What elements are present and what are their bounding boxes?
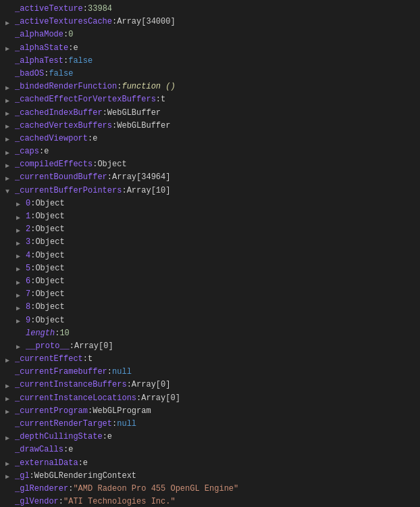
expand-arrow[interactable] bbox=[5, 18, 14, 26]
property-key: _glRenderer bbox=[15, 483, 68, 496]
colon-separator: : bbox=[156, 93, 161, 106]
tree-line: _currentRenderTarget: null bbox=[0, 418, 420, 431]
expand-arrow[interactable] bbox=[16, 251, 24, 260]
tree-line: _currentEffect: t bbox=[0, 353, 420, 366]
property-value: null bbox=[112, 366, 132, 379]
property-value: 10 bbox=[59, 327, 69, 340]
colon-separator: : bbox=[78, 457, 83, 470]
tree-line: 4: Object bbox=[0, 249, 420, 262]
expand-arrow[interactable] bbox=[5, 44, 14, 52]
expand-arrow[interactable] bbox=[16, 264, 24, 272]
tree-line: 6: Object bbox=[0, 275, 420, 288]
tree-line: 1: Object bbox=[0, 210, 420, 223]
property-key: __proto__ bbox=[26, 340, 70, 353]
property-value: false bbox=[49, 68, 73, 80]
tree-line: length: 10 bbox=[0, 327, 420, 340]
colon-separator: : bbox=[59, 496, 63, 507]
colon-separator: : bbox=[30, 275, 35, 288]
expand-arrow[interactable] bbox=[5, 381, 14, 389]
expand-arrow[interactable] bbox=[16, 304, 24, 312]
expand-arrow[interactable] bbox=[16, 239, 24, 247]
property-value: Object bbox=[35, 275, 64, 288]
property-value: Object bbox=[35, 262, 64, 275]
property-value: Array[34964] bbox=[112, 171, 170, 184]
tree-container: _activeTexture: 33984_activeTexturesCach… bbox=[0, 0, 420, 507]
expand-arrow[interactable] bbox=[5, 356, 14, 364]
property-value: Array[0] bbox=[132, 379, 171, 391]
colon-separator: : bbox=[103, 431, 107, 443]
colon-separator: : bbox=[136, 392, 141, 405]
colon-separator: : bbox=[117, 80, 122, 93]
tree-line: _alphaTest: false bbox=[0, 55, 420, 68]
property-value: e bbox=[93, 132, 97, 145]
expand-arrow[interactable] bbox=[5, 174, 14, 182]
colon-separator: : bbox=[112, 120, 117, 132]
colon-separator: : bbox=[68, 483, 73, 496]
property-value: Object bbox=[35, 210, 64, 223]
expand-arrow[interactable] bbox=[16, 226, 24, 234]
tree-line: _activeTexture: 33984 bbox=[0, 3, 420, 16]
expand-arrow[interactable] bbox=[5, 394, 14, 402]
colon-separator: : bbox=[30, 223, 35, 236]
expand-arrow[interactable] bbox=[16, 291, 24, 299]
tree-line: _compiledEffects: Object bbox=[0, 158, 420, 171]
expand-arrow[interactable] bbox=[5, 472, 14, 480]
property-key: _currentRenderTarget bbox=[15, 418, 112, 431]
expand-arrow[interactable] bbox=[16, 199, 24, 208]
tree-line: _cachedVertexBuffers: WebGLBuffer bbox=[0, 120, 420, 132]
colon-separator: : bbox=[107, 171, 112, 184]
property-key: _cachedVertexBuffers bbox=[15, 120, 112, 132]
expand-arrow[interactable] bbox=[5, 109, 14, 117]
tree-line: _currentFramebuffer: null bbox=[0, 366, 420, 379]
property-value: Array[0] bbox=[141, 392, 180, 405]
tree-line: _externalData: e bbox=[0, 457, 420, 470]
property-value: e bbox=[73, 42, 78, 55]
property-key: 1 bbox=[26, 210, 30, 223]
tree-line: _bindedRenderFunction: function () bbox=[0, 80, 420, 93]
property-value: Object bbox=[97, 158, 126, 171]
colon-separator: : bbox=[107, 366, 112, 379]
tree-line: _cachedEffectForVertexBuffers: t bbox=[0, 93, 420, 106]
expand-arrow[interactable] bbox=[16, 278, 24, 286]
colon-separator: : bbox=[83, 3, 88, 16]
property-value: Array[0] bbox=[74, 340, 113, 353]
expand-arrow[interactable] bbox=[5, 148, 14, 156]
property-value: null bbox=[117, 418, 136, 431]
property-key: _activeTexturesCache bbox=[15, 16, 112, 28]
expand-arrow[interactable] bbox=[5, 459, 14, 467]
expand-arrow[interactable] bbox=[16, 342, 24, 350]
tree-line: _currentBoundBuffer: Array[34964] bbox=[0, 171, 420, 184]
tree-line: _gl: WebGLRenderingContext bbox=[0, 470, 420, 483]
property-value: t bbox=[161, 93, 165, 106]
property-key: _badOS bbox=[15, 68, 44, 80]
colon-separator: : bbox=[103, 107, 107, 120]
colon-separator: : bbox=[30, 470, 34, 483]
tree-line: _activeTexturesCache: Array[34000] bbox=[0, 16, 420, 28]
colon-separator: : bbox=[39, 145, 44, 158]
property-value: false bbox=[68, 55, 93, 68]
expand-arrow[interactable] bbox=[5, 161, 14, 169]
property-key: 6 bbox=[26, 275, 30, 288]
colon-separator: : bbox=[122, 185, 126, 197]
property-value: Object bbox=[35, 236, 64, 249]
colon-separator: : bbox=[70, 340, 74, 353]
expand-arrow[interactable] bbox=[16, 213, 24, 221]
expand-arrow[interactable] bbox=[5, 122, 14, 130]
expand-arrow[interactable] bbox=[5, 96, 14, 104]
property-value: Object bbox=[35, 314, 64, 327]
expand-arrow[interactable] bbox=[5, 83, 14, 91]
tree-line: _alphaMode: 0 bbox=[0, 28, 420, 41]
tree-line: 3: Object bbox=[0, 236, 420, 249]
colon-separator: : bbox=[30, 197, 35, 210]
collapse-arrow[interactable] bbox=[5, 187, 14, 195]
expand-arrow[interactable] bbox=[5, 135, 14, 143]
expand-arrow[interactable] bbox=[5, 407, 14, 415]
property-key: _cachedIndexBuffer bbox=[15, 107, 103, 120]
property-key: _alphaMode bbox=[15, 28, 63, 41]
expand-arrow[interactable] bbox=[5, 433, 14, 441]
colon-separator: : bbox=[68, 42, 73, 55]
expand-arrow[interactable] bbox=[16, 316, 24, 324]
property-value: e bbox=[68, 443, 73, 456]
tree-line: __proto__: Array[0] bbox=[0, 340, 420, 353]
tree-line: _cachedViewport: e bbox=[0, 132, 420, 145]
